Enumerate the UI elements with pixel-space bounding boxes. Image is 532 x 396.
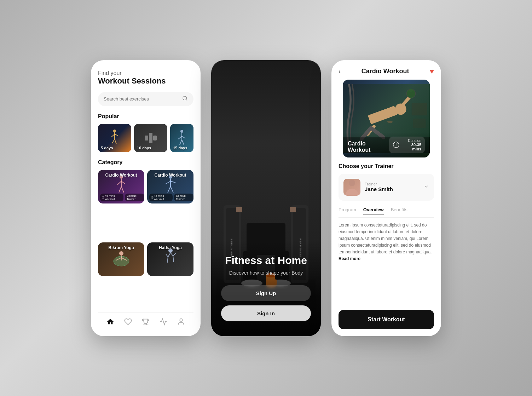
svg-point-2 [113,130,116,132]
svg-line-41 [167,257,168,263]
nav-trophy[interactable] [142,318,150,326]
nav-home[interactable] [106,318,114,326]
trainer-name: Jane Smith [365,186,423,192]
svg-line-26 [166,181,170,184]
category-grid: Cardio Workout 45 mins workout Consult T… [98,170,193,312]
svg-line-37 [168,253,170,257]
detail-header: ‹ Cardio Workout ♥ [331,60,441,80]
svg-line-7 [115,139,116,144]
signin-button[interactable]: Sign In [221,305,311,321]
svg-line-39 [166,254,168,257]
cat-card-title-2: Cardio Workout [147,173,193,178]
workout-image-title: Cardio Workout [348,140,389,153]
screen-2-fitness-home: REP FITNESS REP FITNESS [211,60,321,336]
search-bar[interactable] [98,92,193,106]
svg-line-5 [115,134,118,136]
hero-overlay: Fitness at Home Discover how to shape yo… [211,240,321,336]
find-title-large: Workout Sessions [98,76,193,86]
category-section-title: Category [98,159,193,166]
chevron-down-icon[interactable] [423,184,429,191]
cat-card-title-3: Bikram Yoga [98,245,144,250]
svg-line-6 [112,139,115,143]
tab-benefits[interactable]: Benefits [391,207,407,214]
popular-section-title: Popular [98,113,193,120]
cat-badge-consult-2: Consult Trainer [174,194,193,201]
nav-profile[interactable] [177,318,185,326]
screen-1-find-workout: Find your Workout Sessions Popular [91,60,201,336]
svg-line-4 [111,134,115,137]
svg-line-40 [173,253,176,256]
svg-rect-75 [413,119,426,128]
cat-badge-time-1: 45 mins workout [100,194,123,201]
hero-image: REP FITNESS REP FITNESS [211,60,321,336]
cat-card-yoga-1[interactable]: Bikram Yoga [98,242,144,276]
tab-overview[interactable]: Overview [363,207,384,214]
popular-grid: 5 days 10 days [98,124,193,152]
svg-line-16 [182,140,184,145]
svg-line-1 [186,99,187,101]
nav-favorites[interactable] [124,318,132,326]
popular-card-label-5: 5 days [101,146,113,150]
tabs-row: Program Overview Benefits [339,207,434,218]
screen-3-cardio-workout: ‹ Cardio Workout ♥ [331,60,441,336]
detail-title: Cardio Workout [362,68,409,75]
svg-rect-10 [153,136,157,140]
back-button[interactable]: ‹ [339,68,341,75]
cat-card-meta-2: 45 mins workout Consult Trainer [149,194,193,201]
duration-value: 30-35 mins [402,143,421,151]
cat-card-cardio-1[interactable]: Cardio Workout 45 mins workout Consult T… [98,170,144,203]
signup-button[interactable]: Sign Up [221,285,311,301]
workout-image-container: Cardio Workout Duration 30-35 mins [331,80,441,157]
cat-badge-consult-1: Consult Trainer [125,194,144,201]
cat-badge-time-2: 45 mins workout [149,194,173,201]
trainer-label: Trainer [365,182,423,186]
svg-rect-9 [145,136,148,140]
svg-rect-55 [236,207,242,212]
svg-line-21 [119,186,121,193]
svg-line-22 [121,186,124,193]
svg-line-20 [121,181,125,184]
search-icon [182,96,188,103]
popular-card-label-15: 15 days [173,146,187,150]
cat-card-meta-1: 45 mins workout Consult Trainer [100,194,144,201]
search-input[interactable] [104,96,182,102]
trainer-card[interactable]: Trainer Jane Smith [339,174,434,201]
nav-activity[interactable] [160,318,167,326]
svg-line-19 [117,181,121,185]
svg-line-15 [180,140,182,145]
trainer-section-title: Choose your Trainer [339,163,434,170]
start-workout-button[interactable]: Start Workout [339,310,434,329]
duration-label: Duration [402,139,421,143]
popular-card-5days[interactable]: 5 days [98,124,131,152]
svg-line-29 [170,186,173,193]
svg-line-13 [178,136,182,139]
hero-subtitle: Discover how to shape your Body [221,269,311,277]
workout-image: Cardio Workout Duration 30-35 mins [343,80,430,157]
svg-rect-8 [149,133,152,143]
svg-line-38 [170,253,173,256]
cat-card-title-4: Hatha Yoga [147,245,193,250]
svg-rect-56 [290,207,296,212]
svg-line-42 [173,256,174,262]
favorite-icon[interactable]: ♥ [430,67,434,75]
popular-card-15days[interactable]: 15 days [170,124,193,152]
svg-point-32 [119,251,123,256]
popular-card-label-10: 10 days [137,146,151,150]
popular-card-10days[interactable]: 10 days [134,124,167,152]
cat-card-title-1: Cardio Workout [98,173,144,178]
workout-image-overlay: Cardio Workout Duration 30-35 mins [343,132,430,157]
svg-point-70 [407,89,416,98]
read-more-link[interactable]: Read more [339,256,360,261]
tab-program[interactable]: Program [339,207,356,214]
trainer-avatar [343,179,360,196]
svg-point-11 [180,130,183,133]
svg-line-27 [170,181,175,183]
svg-line-28 [168,186,170,193]
clock-icon [393,141,400,148]
find-title-small: Find your [98,70,193,76]
svg-rect-74 [412,103,427,115]
cat-card-yoga-2[interactable]: Hatha Yoga [147,242,193,276]
cat-card-cardio-2[interactable]: Cardio Workout 45 mins workout Consult T… [147,170,193,203]
hero-title: Fitness at Home [221,254,311,266]
overview-text: Lorem ipsum consecteturadipiscing elit, … [339,222,434,310]
